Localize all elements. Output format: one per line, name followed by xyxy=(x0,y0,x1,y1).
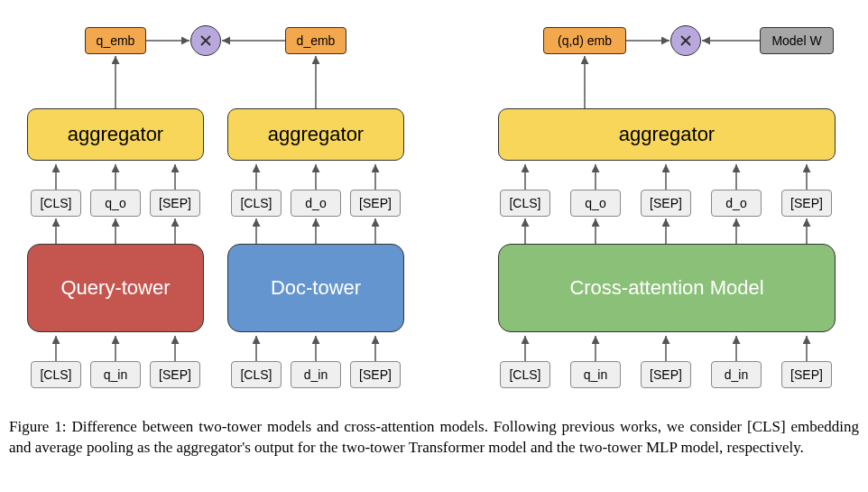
d-o-token: d_o xyxy=(291,190,341,217)
sep-token-in-query: [SEP] xyxy=(150,361,200,388)
cls-token-in-cross: [CLS] xyxy=(500,361,550,388)
sep-token-out-query: [SEP] xyxy=(150,190,200,217)
q-in-token-cross: q_in xyxy=(570,361,621,388)
sep-token-in-cross2: [SEP] xyxy=(781,361,832,388)
q-in-token: q_in xyxy=(90,361,141,388)
d-in-token-cross: d_in xyxy=(711,361,762,388)
q-emb-output: q_emb xyxy=(85,27,146,54)
cls-token-in-query: [CLS] xyxy=(31,361,81,388)
cls-token-in-doc: [CLS] xyxy=(231,361,282,388)
aggregator-cross: aggregator xyxy=(498,108,836,161)
architecture-diagram: q_emb d_emb aggregator aggregator [CLS] … xyxy=(0,0,868,406)
qd-emb-output: (q,d) emb xyxy=(543,27,626,54)
sep-token-out-cross2: [SEP] xyxy=(781,190,832,217)
d-emb-output: d_emb xyxy=(285,27,346,54)
q-o-token-cross: q_o xyxy=(570,190,621,217)
cross-attention-block: Cross-attention Model xyxy=(498,244,836,332)
sep-token-out-cross1: [SEP] xyxy=(641,190,691,217)
model-w-output: Model W xyxy=(760,27,834,54)
query-tower-block: Query-tower xyxy=(27,244,204,332)
q-o-token: q_o xyxy=(90,190,141,217)
cls-token-out-doc: [CLS] xyxy=(231,190,282,217)
doc-tower-block: Doc-tower xyxy=(227,244,404,332)
multiply-icon xyxy=(190,25,221,56)
multiply-icon xyxy=(670,25,701,56)
cls-token-out-query: [CLS] xyxy=(31,190,81,217)
aggregator-doc: aggregator xyxy=(227,108,404,161)
aggregator-query: aggregator xyxy=(27,108,204,161)
figure-caption: Figure 1: Difference between two-tower m… xyxy=(9,417,859,459)
d-in-token: d_in xyxy=(291,361,341,388)
d-o-token-cross: d_o xyxy=(711,190,762,217)
sep-token-in-cross1: [SEP] xyxy=(641,361,691,388)
sep-token-out-doc: [SEP] xyxy=(350,190,401,217)
cls-token-out-cross: [CLS] xyxy=(500,190,550,217)
sep-token-in-doc: [SEP] xyxy=(350,361,401,388)
